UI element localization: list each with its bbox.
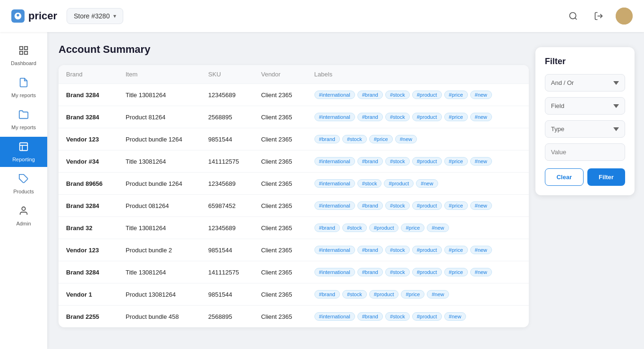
cell-item: Product 13081264 — [118, 283, 201, 306]
cell-brand: Vendor 123 — [59, 128, 118, 150]
sidebar-item-myreports1[interactable]: My reports — [0, 73, 47, 103]
filter-type-select[interactable]: Type Contains Equals Starts with — [545, 120, 625, 138]
cell-labels: #international#brand#stock#product#price… — [307, 106, 529, 128]
header-right — [565, 8, 633, 25]
cell-labels: #international#brand#stock#product#new — [307, 306, 529, 328]
cell-labels: #international#brand#stock#product#price… — [307, 84, 529, 106]
store-selector[interactable]: Store #3280 ▾ — [67, 8, 123, 24]
table-row: Brand 3284Product 08126465987452Client 2… — [59, 195, 529, 217]
cell-brand: Brand 32 — [59, 217, 118, 239]
cell-item: Title 13081264 — [118, 217, 201, 239]
sidebar-item-products[interactable]: Products — [0, 169, 47, 199]
label-tag: #product — [369, 290, 399, 299]
filter-button[interactable]: Filter — [587, 168, 625, 186]
label-tag: #price — [444, 157, 468, 166]
label-tag: #brand — [314, 135, 340, 143]
sidebar: Dashboard My reports My reports Reportin… — [0, 32, 47, 349]
cell-vendor: Client 2365 — [254, 150, 307, 173]
sidebar-item-myreports1-label: My reports — [11, 92, 36, 98]
table-row: Vendor #34Title 13081264141112575Client … — [59, 150, 529, 173]
cell-sku: 12345689 — [201, 173, 254, 195]
table-row: Vendor 123Product bundle 29851544Client … — [59, 239, 529, 261]
label-tag: #new — [427, 224, 449, 232]
cell-vendor: Client 2365 — [254, 128, 307, 150]
label-tag: #new — [427, 290, 449, 299]
label-tag: #international — [314, 312, 355, 321]
logo-text: pricer — [28, 10, 57, 22]
col-brand: Brand — [59, 65, 118, 84]
label-tag: #brand — [357, 312, 383, 321]
cell-item: Product bundle 1264 — [118, 128, 201, 150]
label-tag: #stock — [385, 113, 410, 121]
account-summary-table-container: Brand Item SKU Vendor Labels Brand 3284T… — [59, 65, 529, 327]
myreports1-icon — [18, 77, 29, 91]
cell-brand: Brand 2255 — [59, 306, 118, 328]
cell-sku: 12345689 — [201, 84, 254, 106]
label-tag: #product — [412, 91, 442, 99]
cell-vendor: Client 2365 — [254, 283, 307, 306]
label-tag: #brand — [357, 157, 383, 166]
col-labels: Labels — [307, 65, 529, 84]
cell-labels: #international#brand#stock#product#price… — [307, 150, 529, 173]
filter-value-input[interactable] — [545, 143, 625, 161]
filter-field-select[interactable]: Field Brand Item SKU Vendor — [545, 97, 625, 115]
cell-sku: 12345689 — [201, 217, 254, 239]
cell-labels: #brand#stock#product#price#new — [307, 217, 529, 239]
cell-labels: #international#brand#stock#product#price… — [307, 239, 529, 261]
label-tag: #international — [314, 113, 355, 121]
label-tag: #price — [444, 91, 468, 99]
cell-item: Product bundle 2 — [118, 239, 201, 261]
cell-vendor: Client 2365 — [254, 261, 307, 283]
cell-labels: #international#brand#stock#product#price… — [307, 195, 529, 217]
label-tag: #price — [401, 290, 424, 299]
label-tag: #price — [444, 113, 468, 121]
svg-rect-4 — [25, 47, 27, 50]
myreports2-icon — [18, 109, 29, 123]
label-tag: #product — [412, 201, 442, 210]
cell-sku: 141112575 — [201, 150, 254, 173]
sidebar-item-myreports2[interactable]: My reports — [0, 105, 47, 135]
cell-vendor: Client 2365 — [254, 195, 307, 217]
svg-rect-5 — [25, 51, 27, 54]
label-tag: #product — [412, 157, 442, 166]
search-icon[interactable] — [565, 8, 582, 25]
svg-rect-7 — [20, 143, 28, 151]
table-header: Brand Item SKU Vendor Labels — [59, 65, 529, 84]
sidebar-item-admin[interactable]: Admin — [0, 201, 47, 231]
sidebar-item-dashboard[interactable]: Dashboard — [0, 41, 47, 71]
cell-vendor: Client 2365 — [254, 173, 307, 195]
sidebar-item-reporting[interactable]: Reporting — [0, 137, 47, 167]
cell-brand: Brand 3284 — [59, 261, 118, 283]
label-tag: #product — [412, 246, 442, 254]
label-tag: #brand — [357, 91, 383, 99]
table-body: Brand 3284Title 1308126412345689Client 2… — [59, 84, 529, 328]
avatar[interactable] — [616, 8, 633, 25]
cell-brand: Vendor 1 — [59, 283, 118, 306]
sidebar-item-reporting-label: Reporting — [12, 157, 35, 162]
cell-item: Title 13081264 — [118, 261, 201, 283]
cell-brand: Brand 89656 — [59, 173, 118, 195]
cell-vendor: Client 2365 — [254, 84, 307, 106]
label-tag: #stock — [385, 268, 410, 276]
label-tag: #price — [401, 224, 424, 232]
svg-point-11 — [22, 207, 25, 210]
filter-title: Filter — [545, 57, 625, 66]
table-row: Brand 89656Product bundle 126412345689Cl… — [59, 173, 529, 195]
dashboard-icon — [18, 45, 29, 58]
svg-rect-6 — [20, 51, 23, 54]
cell-item: Product 081264 — [118, 195, 201, 217]
label-tag: #brand — [314, 224, 340, 232]
cell-brand: Brand 3284 — [59, 84, 118, 106]
logout-icon[interactable] — [590, 8, 607, 25]
cell-vendor: Client 2365 — [254, 217, 307, 239]
account-summary-table: Brand Item SKU Vendor Labels Brand 3284T… — [59, 65, 529, 327]
cell-sku: 9851544 — [201, 128, 254, 150]
cell-item: Title 13081264 — [118, 150, 201, 173]
cell-brand: Vendor #34 — [59, 150, 118, 173]
cell-item: Title 13081264 — [118, 84, 201, 106]
sidebar-item-myreports2-label: My reports — [11, 125, 36, 130]
cell-item: Product bundle 458 — [118, 306, 201, 328]
filter-and-or-select[interactable]: And / Or And Or — [545, 74, 625, 91]
clear-button[interactable]: Clear — [545, 168, 584, 186]
label-tag: #product — [412, 312, 442, 321]
